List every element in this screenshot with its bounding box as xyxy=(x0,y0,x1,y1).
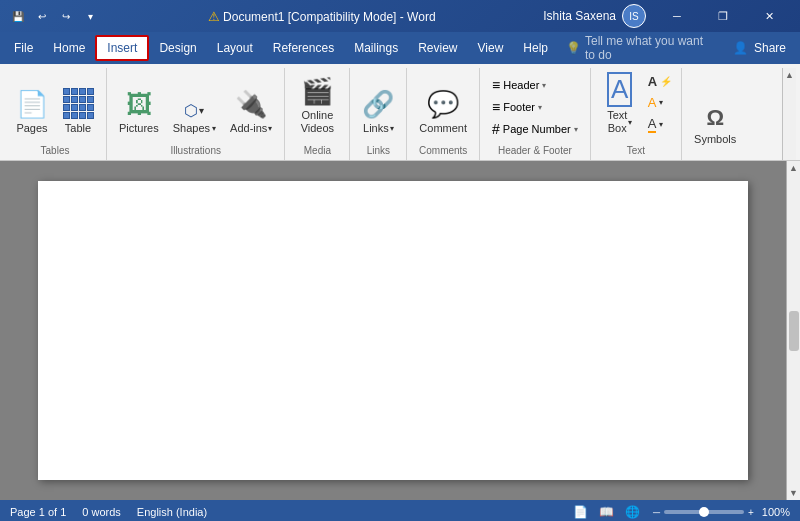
links-chevron: ▾ xyxy=(390,124,394,133)
links-button[interactable]: 🔗 Links ▾ xyxy=(356,85,400,139)
zoom-level[interactable]: 100% xyxy=(762,506,790,518)
text-format-icon: ⚡ xyxy=(660,76,672,87)
footer-label: Footer xyxy=(503,101,535,113)
document-page[interactable] xyxy=(38,181,748,480)
zoom-slider[interactable]: ─ + xyxy=(653,507,754,518)
shapes-icon-group: ⬡ ▾ xyxy=(184,101,204,120)
menu-view[interactable]: View xyxy=(468,37,514,59)
text-format-btn2[interactable]: A ▾ xyxy=(645,93,675,112)
warning-icon: ⚠ xyxy=(208,9,220,24)
menu-insert[interactable]: Insert xyxy=(95,35,149,61)
textbox-label-row: TextBox ▾ xyxy=(607,109,632,135)
read-mode-btn[interactable]: 📖 xyxy=(595,503,619,521)
ribbon-group-text: A TextBox ▾ A ⚡ A ▾ A ▾ xyxy=(591,68,682,160)
zoom-in-btn[interactable]: + xyxy=(748,507,754,518)
print-layout-btn[interactable]: 📄 xyxy=(569,503,593,521)
pictures-button[interactable]: 🖼 Pictures xyxy=(113,85,165,139)
pictures-icon: 🖼 xyxy=(126,89,152,120)
tell-me-input[interactable]: Tell me what you want to do xyxy=(585,34,715,62)
pictures-label: Pictures xyxy=(119,122,159,135)
shapes-button[interactable]: ⬡ ▾ Shapes ▾ xyxy=(167,97,222,139)
menu-file[interactable]: File xyxy=(4,37,43,59)
ribbon-group-symbols: Ω Symbols xyxy=(682,68,748,160)
text-format-btn1[interactable]: A ⚡ xyxy=(645,72,675,91)
view-buttons: 📄 📖 🌐 xyxy=(569,503,645,521)
scroll-up-arrow[interactable]: ▲ xyxy=(789,163,798,173)
ribbon-scroll-up[interactable]: ▲ xyxy=(785,70,794,80)
text-a-icon: A xyxy=(648,74,657,89)
minimize-button[interactable]: ─ xyxy=(654,0,700,32)
zoom-track[interactable] xyxy=(664,510,744,514)
ribbon-group-illustrations: 🖼 Pictures ⬡ ▾ Shapes ▾ 🔌 Add-ins ▾ xyxy=(107,68,285,160)
footer-button[interactable]: ≡ Footer ▾ xyxy=(486,97,584,117)
restore-button[interactable]: ❐ xyxy=(700,0,746,32)
textbox-label: TextBox xyxy=(607,109,627,135)
pages-button[interactable]: 📄 Pages xyxy=(10,85,54,139)
header-label: Header xyxy=(503,79,539,91)
menu-bar: File Home Insert Design Layout Reference… xyxy=(0,32,800,64)
ribbon-scrollbar: ▲ xyxy=(782,68,796,160)
share-icon: 👤 xyxy=(733,41,748,55)
close-button[interactable]: ✕ xyxy=(746,0,792,32)
save-quick-btn[interactable]: 💾 xyxy=(8,6,28,26)
share-button[interactable]: 👤 Share xyxy=(723,37,796,59)
table-icon xyxy=(63,88,94,119)
text-group-label: Text xyxy=(627,143,645,156)
status-bar: Page 1 of 1 0 words English (India) 📄 📖 … xyxy=(0,500,800,521)
tables-group-label: Tables xyxy=(41,143,70,156)
symbols-button[interactable]: Ω Symbols xyxy=(688,101,742,150)
text-style-icon: A xyxy=(648,116,657,133)
vertical-scrollbar[interactable]: ▲ ▼ xyxy=(786,161,800,500)
scroll-down-arrow[interactable]: ▼ xyxy=(789,488,798,498)
table-button[interactable]: Table xyxy=(56,84,100,139)
text2-chevron: ▾ xyxy=(659,98,663,107)
username-label: Ishita Saxena xyxy=(543,9,616,23)
ribbon-group-links: 🔗 Links ▾ Links xyxy=(350,68,407,160)
addins-label: Add-ins xyxy=(230,122,267,135)
word-count: 0 words xyxy=(82,506,121,518)
tell-me-bar[interactable]: 💡 Tell me what you want to do xyxy=(558,34,723,62)
addins-chevron: ▾ xyxy=(268,124,272,133)
menu-design[interactable]: Design xyxy=(149,37,206,59)
title-bar: 💾 ↩ ↪ ▾ ⚠ Document1 [Compatibility Mode]… xyxy=(0,0,800,32)
window-controls: ─ ❐ ✕ xyxy=(654,0,792,32)
page-number-button[interactable]: # Page Number ▾ xyxy=(486,119,584,139)
window-title: ⚠ Document1 [Compatibility Mode] - Word xyxy=(100,9,543,24)
zoom-out-btn[interactable]: ─ xyxy=(653,507,660,518)
page-info: Page 1 of 1 xyxy=(10,506,66,518)
textbox-chevron: ▾ xyxy=(628,118,632,127)
online-videos-button[interactable]: 🎬 OnlineVideos xyxy=(291,72,343,139)
lightbulb-icon: 💡 xyxy=(566,41,581,55)
text-items: A TextBox ▾ A ⚡ A ▾ A ▾ xyxy=(597,68,675,143)
header-button[interactable]: ≡ Header ▾ xyxy=(486,75,584,95)
more-quick-btn[interactable]: ▾ xyxy=(80,6,100,26)
menu-mailings[interactable]: Mailings xyxy=(344,37,408,59)
text-extras-stack: A ⚡ A ▾ A ▾ xyxy=(645,72,675,135)
shapes-chevron: ▾ xyxy=(212,124,216,133)
menu-help[interactable]: Help xyxy=(513,37,558,59)
zoom-thumb[interactable] xyxy=(699,507,709,517)
status-right: 📄 📖 🌐 ─ + 100% xyxy=(569,503,790,521)
user-avatar[interactable]: IS xyxy=(622,4,646,28)
web-layout-btn[interactable]: 🌐 xyxy=(621,503,645,521)
links-label: Links xyxy=(363,122,389,135)
text-format-btn3[interactable]: A ▾ xyxy=(645,114,675,135)
comment-icon: 💬 xyxy=(427,89,459,120)
comment-label: Comment xyxy=(419,122,467,135)
comment-button[interactable]: 💬 Comment xyxy=(413,85,473,139)
menu-review[interactable]: Review xyxy=(408,37,467,59)
quick-access-toolbar: 💾 ↩ ↪ ▾ xyxy=(8,6,100,26)
addins-button[interactable]: 🔌 Add-ins ▾ xyxy=(224,85,278,139)
redo-quick-btn[interactable]: ↪ xyxy=(56,6,76,26)
menu-references[interactable]: References xyxy=(263,37,344,59)
menu-home[interactable]: Home xyxy=(43,37,95,59)
page-number-arrow: ▾ xyxy=(574,125,578,134)
language-status[interactable]: English (India) xyxy=(137,506,207,518)
media-group-label: Media xyxy=(304,143,331,156)
undo-quick-btn[interactable]: ↩ xyxy=(32,6,52,26)
links-items: 🔗 Links ▾ xyxy=(356,68,400,143)
textbox-button[interactable]: A TextBox ▾ xyxy=(597,68,643,139)
scroll-thumb[interactable] xyxy=(789,311,799,351)
menu-layout[interactable]: Layout xyxy=(207,37,263,59)
title-text: Document1 [Compatibility Mode] - Word xyxy=(223,10,436,24)
